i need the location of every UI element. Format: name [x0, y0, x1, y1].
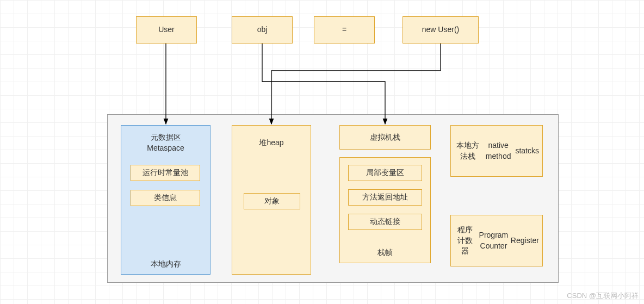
box-equals: =: [314, 16, 375, 44]
watermark: CSDN @互联网小阿祥: [567, 291, 639, 301]
vmstack-box: 虚拟机栈: [339, 125, 431, 150]
native-stack-box: 本地方法栈 native method statcks: [450, 125, 543, 177]
metaspace-bottom: 本地内存: [121, 259, 210, 270]
box-new-user: new User(): [403, 16, 479, 44]
metaspace-line1: 元数据区: [151, 133, 181, 141]
box-user: User: [136, 16, 197, 44]
dynamic-link-box: 动态链接: [348, 214, 422, 230]
box-obj: obj: [232, 16, 293, 44]
class-info-box: 类信息: [131, 190, 200, 206]
metaspace-line2: Metaspace: [147, 144, 184, 152]
const-pool-box: 运行时常量池: [131, 165, 200, 181]
return-addr-box: 方法返回地址: [348, 189, 422, 206]
pc-line3: Register: [511, 235, 539, 246]
pc-register-box: 程序计数器 Program Counter Register: [450, 215, 543, 266]
native-line1: 本地方法栈: [454, 140, 481, 162]
native-line3: statcks: [515, 146, 539, 157]
heap-object-box: 对象: [244, 193, 300, 209]
metaspace-title: 元数据区 Metaspace: [121, 132, 210, 153]
stack-frame-label: 栈帧: [340, 247, 430, 258]
native-line2: native method: [481, 140, 516, 162]
pc-line2: Program Counter: [476, 230, 511, 251]
local-vars-box: 局部变量区: [348, 165, 422, 181]
pc-line1: 程序计数器: [454, 225, 476, 257]
heap-title: 堆heap: [232, 138, 311, 148]
